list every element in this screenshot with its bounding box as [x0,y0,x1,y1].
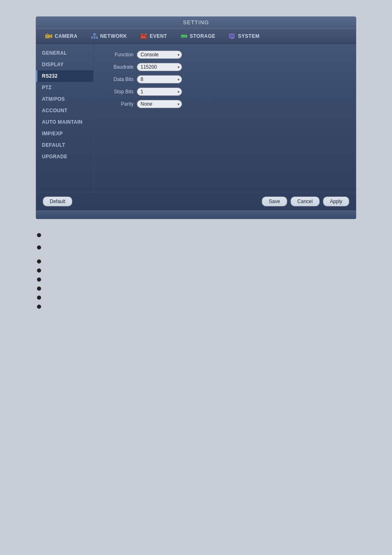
tab-camera[interactable]: CAMERA [39,30,84,43]
function-select[interactable]: Console Keyboard PTZ [137,51,182,59]
tab-network-label: NETWORK [100,33,127,39]
stop-bits-row: Stop Bits 1 2 ▾ [102,88,348,96]
sidebar-item-display[interactable]: DISPLAY [36,59,93,70]
bullet-group-2 [37,258,355,309]
sidebar-item-rs232[interactable]: RS232 [36,70,93,82]
bullet-item [37,258,355,264]
action-buttons: Save Cancel Apply [262,197,349,206]
svg-point-21 [185,35,187,37]
bullet-item [37,294,355,300]
bullet-dot [37,259,41,264]
settings-title: SETTING [183,19,209,25]
svg-rect-14 [141,33,143,35]
svg-rect-5 [91,37,93,39]
bullet-dot [37,268,41,273]
baudrate-select[interactable]: 115200 57600 38400 19200 9600 4800 2400 … [137,63,182,71]
bullet-item [37,276,355,282]
parity-row: Parity None Odd Even ▾ [102,100,348,108]
apply-button[interactable]: Apply [323,197,349,206]
bullet-item [37,285,355,291]
sidebar-item-ptz[interactable]: PTZ [36,82,93,93]
bottom-bar: Default Save Cancel Apply [36,192,356,210]
nav-tabs: CAMERA NETWORK [36,28,356,44]
function-label: Function [102,52,137,58]
stop-bits-select-wrapper: 1 2 ▾ [137,88,182,96]
system-icon [228,32,236,40]
tab-system[interactable]: SYSTEM [222,30,266,43]
svg-rect-23 [231,38,234,39]
footer-bar [36,210,356,219]
svg-rect-18 [143,37,145,37]
data-bits-select-wrapper: 8 7 6 5 ▾ [137,75,182,83]
data-bits-select[interactable]: 8 7 6 5 [137,75,182,83]
tab-event[interactable]: EVENT [134,30,174,43]
save-button[interactable]: Save [262,197,287,206]
bullet-item [37,267,355,273]
bullet-item [37,244,355,250]
tab-network[interactable]: NETWORK [84,30,134,43]
main-content: Function Console Keyboard PTZ ▾ Baudrate [94,44,356,192]
svg-rect-6 [94,37,95,39]
baudrate-select-wrapper: 115200 57600 38400 19200 9600 4800 2400 … [137,63,182,71]
sidebar-item-atm-pos[interactable]: ATM/POS [36,93,93,105]
svg-rect-4 [93,33,96,35]
storage-icon [180,32,188,40]
tab-camera-label: CAMERA [55,33,78,39]
svg-rect-7 [96,37,98,39]
tab-system-label: SYSTEM [238,33,259,39]
settings-panel: SETTING CAMERA [36,16,356,219]
sidebar-item-auto-maintain[interactable]: AUTO MAINTAIN [36,116,93,128]
event-icon [140,32,148,40]
parity-select-wrapper: None Odd Even ▾ [137,100,182,108]
sidebar-item-imp-exp[interactable]: IMP/EXP [36,128,93,139]
baudrate-label: Baudrate [102,64,137,70]
sidebar-item-account[interactable]: ACCOUNT [36,105,93,116]
sidebar-item-default[interactable]: DEFAULT [36,139,93,151]
bullet-dot [37,245,41,250]
svg-rect-2 [46,35,48,37]
svg-rect-25 [230,35,234,37]
data-bits-row: Data Bits 8 7 6 5 ▾ [102,75,348,83]
bullets-section [12,219,380,329]
svg-rect-24 [230,39,235,39]
bullet-dot [37,287,41,291]
tab-storage-label: STORAGE [190,33,216,39]
data-bits-label: Data Bits [102,76,137,82]
sidebar-item-upgrade[interactable]: UPGRADE [36,151,93,162]
bullet-dot [37,296,41,300]
default-button[interactable]: Default [43,197,72,206]
svg-rect-20 [182,35,185,36]
sidebar-item-general[interactable]: GENERAL [36,47,93,59]
bullet-dot [37,278,41,282]
baudrate-row: Baudrate 115200 57600 38400 19200 9600 4… [102,63,348,71]
function-row: Function Console Keyboard PTZ ▾ [102,51,348,59]
parity-select[interactable]: None Odd Even [137,100,182,108]
cancel-button[interactable]: Cancel [291,197,320,206]
panel-body: GENERAL DISPLAY RS232 PTZ ATM/POS ACCOUN… [36,44,356,192]
bullet-item [37,303,355,309]
tab-event-label: EVENT [150,33,167,39]
bullet-dot [37,233,41,237]
svg-rect-17 [141,37,143,37]
parity-label: Parity [102,101,137,107]
network-icon [91,32,98,40]
svg-marker-1 [50,34,52,38]
stop-bits-select[interactable]: 1 2 [137,88,182,96]
stop-bits-label: Stop Bits [102,89,137,95]
bullet-item [37,231,355,237]
settings-title-bar: SETTING [36,17,356,28]
sidebar: GENERAL DISPLAY RS232 PTZ ATM/POS ACCOUN… [36,44,94,192]
svg-rect-3 [46,33,48,34]
bullet-group-1 [37,231,355,250]
tab-storage[interactable]: STORAGE [174,30,222,43]
camera-icon [45,32,53,40]
bullet-dot [37,305,41,309]
function-select-wrapper: Console Keyboard PTZ ▾ [137,51,182,59]
svg-rect-15 [145,33,146,35]
